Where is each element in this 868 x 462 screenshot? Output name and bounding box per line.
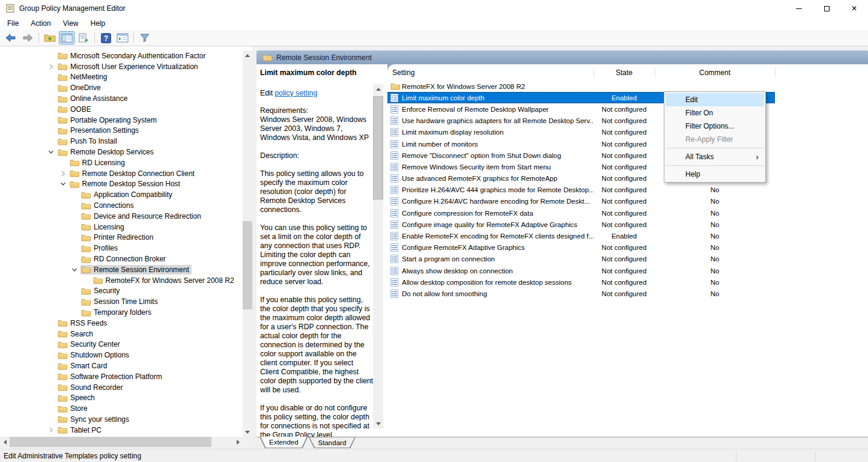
settings-row[interactable]: Allow desktop composition for remote des… [387, 276, 775, 288]
scrollbar-thumb[interactable] [10, 437, 211, 447]
chevron-right-icon[interactable] [58, 169, 68, 178]
menu-view[interactable]: View [57, 17, 85, 29]
tree-item[interactable]: Smart Card [0, 360, 243, 371]
tree-item[interactable]: Session Time Limits [0, 296, 243, 307]
tree-item[interactable]: Remote Desktop Session Host [0, 179, 243, 190]
help-icon[interactable]: ? [98, 31, 114, 44]
setting-state: Not configured [593, 141, 655, 148]
settings-row[interactable]: Prioritize H.264/AVC 444 graphics mode f… [387, 184, 775, 196]
tree-item[interactable]: Online Assistance [0, 93, 243, 104]
chevron-right-icon[interactable] [46, 62, 56, 71]
scroll-right-arrow[interactable] [233, 437, 243, 447]
tree-item[interactable]: Remote Session Environment [0, 264, 243, 275]
new-window-icon[interactable] [115, 31, 130, 44]
scroll-left-arrow[interactable] [0, 437, 10, 447]
tree-item[interactable]: Tablet PC [0, 425, 243, 436]
tree-item[interactable]: Connections [0, 200, 243, 211]
tree-horizontal-scrollbar[interactable] [0, 437, 243, 447]
settings-row[interactable]: Configure H.264/AVC hardware encoding fo… [387, 196, 775, 207]
folder-icon [58, 73, 67, 81]
tree-item[interactable]: Printer Redirection [0, 233, 243, 243]
settings-row[interactable]: Configure image quality for RemoteFX Ada… [387, 219, 775, 230]
tree-item[interactable]: RD Licensing [0, 157, 243, 168]
tree-item[interactable]: OneDrive [0, 82, 243, 93]
tree-item[interactable]: Remote Desktop Services [0, 147, 243, 157]
scroll-down-arrow[interactable] [373, 419, 383, 428]
tree-item[interactable]: Speech [0, 393, 243, 404]
tree-item[interactable]: Licensing [0, 222, 243, 233]
details-vertical-scrollbar[interactable] [373, 84, 383, 428]
settings-row[interactable]: Configure RemoteFX Adaptive GraphicsNot … [387, 242, 775, 254]
settings-row[interactable]: Enable RemoteFX encoding for RemoteFX cl… [387, 230, 775, 242]
context-menu-item-edit[interactable]: Edit [666, 93, 764, 106]
chevron-right-icon[interactable] [46, 425, 56, 435]
folder-icon [81, 287, 91, 295]
show-console-tree-icon[interactable] [59, 31, 74, 44]
tree-item[interactable]: Store [0, 403, 243, 414]
settings-row[interactable]: Always show desktop on connectionNot con… [387, 265, 775, 276]
context-menu-item-all-tasks[interactable]: All Tasks› [666, 150, 764, 163]
tree-item[interactable]: Shutdown Options [0, 350, 243, 360]
tree-item[interactable]: Presentation Settings [0, 126, 243, 136]
policy-setting-link[interactable]: policy setting [275, 89, 317, 97]
settings-row[interactable]: Start a program on connectionNot configu… [387, 254, 775, 265]
settings-row[interactable]: RemoteFX for Windows Server 2008 R2 [387, 81, 775, 92]
scroll-down-arrow[interactable] [243, 427, 252, 437]
scroll-up-arrow[interactable] [243, 50, 252, 60]
column-header-state[interactable]: State [593, 68, 655, 77]
column-divider[interactable] [593, 67, 594, 78]
context-menu-item-filter-options[interactable]: Filter Options... [666, 120, 764, 133]
tree-item[interactable]: Search [0, 329, 243, 339]
context-menu-item-filter-on[interactable]: Filter On [666, 106, 764, 120]
tree-item[interactable]: Push To Install [0, 136, 243, 147]
scrollbar-thumb[interactable] [373, 96, 383, 199]
setting-state: Enabled [593, 94, 655, 102]
tree-item[interactable]: Software Protection Platform [0, 371, 243, 382]
minimize-button[interactable] [785, 0, 813, 17]
tree-item[interactable]: Application Compatibility [0, 189, 243, 200]
column-divider[interactable] [775, 67, 775, 78]
tree-item[interactable]: Security Center [0, 339, 243, 350]
close-button[interactable]: ✕ [840, 0, 868, 17]
tree-item[interactable]: RemoteFX for Windows Server 2008 R2 [0, 275, 243, 286]
setting-state: Not configured [593, 163, 655, 171]
column-divider[interactable] [655, 67, 655, 78]
tree-item[interactable]: Remote Desktop Connection Client [0, 168, 243, 179]
column-header-comment[interactable]: Comment [655, 68, 775, 77]
tree-item[interactable]: Security [0, 286, 243, 297]
scroll-up-arrow[interactable] [373, 84, 383, 94]
tree-item[interactable]: Portable Operating System [0, 115, 243, 126]
tree-item[interactable]: RSS Feeds [0, 318, 243, 329]
settings-row[interactable]: Configure compression for RemoteFX dataN… [387, 207, 775, 219]
tree-item[interactable]: Sound Recorder [0, 382, 243, 393]
back-icon[interactable] [3, 31, 19, 44]
chevron-down-icon[interactable] [70, 265, 79, 275]
tree-item[interactable]: RD Connection Broker [0, 254, 243, 264]
column-header-setting[interactable]: Setting [392, 68, 414, 77]
menu-help[interactable]: Help [85, 17, 112, 29]
filter-icon[interactable] [137, 31, 153, 44]
tree-item[interactable]: Microsoft Secondary Authentication Facto… [0, 50, 243, 61]
tree-item[interactable]: Microsoft User Experience Virtualization [0, 61, 243, 72]
tree-item[interactable]: OOBE [0, 104, 243, 115]
menu-action[interactable]: Action [25, 17, 56, 29]
tree-vertical-scrollbar[interactable] [243, 50, 252, 437]
policy-setting-icon [387, 243, 402, 252]
tree-item[interactable]: Device and Resource Redirection [0, 211, 243, 222]
tree-indent-spacer [46, 318, 56, 328]
tree-item[interactable]: Profiles [0, 243, 243, 254]
chevron-down-icon[interactable] [46, 147, 56, 157]
tree-item[interactable]: NetMeeting [0, 72, 243, 83]
settings-row[interactable]: Do not allow font smoothingNot configure… [387, 288, 775, 299]
chevron-down-icon[interactable] [58, 179, 68, 189]
context-menu-item-help[interactable]: Help [666, 168, 764, 181]
up-one-level-icon[interactable] [42, 31, 58, 44]
scrollbar-thumb[interactable] [243, 221, 252, 309]
tree-item[interactable]: Temporary folders [0, 307, 243, 318]
view-tab-standard[interactable]: Standard [309, 437, 356, 448]
tree-item[interactable]: Sync your settings [0, 414, 243, 425]
menu-file[interactable]: File [1, 17, 25, 29]
view-tab-extended[interactable]: Extended [259, 437, 308, 448]
maximize-button[interactable] [813, 0, 840, 17]
export-list-icon[interactable] [76, 31, 91, 44]
